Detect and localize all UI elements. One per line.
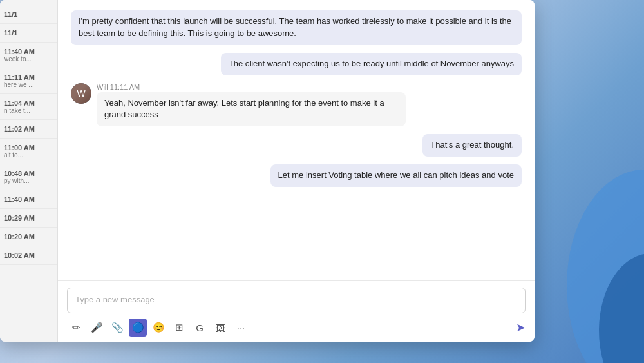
emoji-icon[interactable]: 😊 — [149, 319, 167, 337]
sidebar-item[interactable]: 10:20 AM — [0, 228, 57, 246]
avatar: W — [71, 83, 91, 104]
wave-decoration — [528, 105, 644, 363]
message-content: Will 11:11 AMYeah, November isn't far aw… — [97, 83, 406, 127]
message-bubble: Yeah, November isn't far away. Lets star… — [97, 92, 406, 127]
sidebar-item[interactable]: 11:40 AM — [0, 190, 57, 209]
message-bubble: That's a great thought. — [422, 134, 522, 157]
sidebar-item[interactable]: 10:29 AM — [0, 209, 57, 228]
sidebar-item[interactable]: 11:40 AMweek to... — [0, 43, 57, 68]
sidebar-item[interactable]: 10:02 AM — [0, 246, 57, 265]
message-meta: Will 11:11 AM — [97, 83, 406, 91]
sidebar-item[interactable]: 11:11 AMhere we ... — [0, 68, 57, 94]
sidebar-item[interactable]: 11:00 AMait to... — [0, 139, 57, 164]
format-icon[interactable]: ✏ — [67, 319, 85, 337]
image-icon[interactable]: 🖼 — [211, 319, 229, 337]
message-bubble: The client wasn't expecting us to be rea… — [221, 53, 522, 75]
message-input[interactable]: Type a new message — [67, 288, 526, 313]
sidebar-item[interactable]: 11/1 — [0, 24, 57, 43]
message-row: I'm pretty confident that this launch wi… — [71, 10, 522, 45]
message-row: That's a great thought. — [71, 134, 522, 157]
attach-icon[interactable]: 📎 — [108, 319, 126, 337]
sidebar-item[interactable]: 11:04 AMn take t... — [0, 94, 57, 120]
sidebar-item[interactable]: 10:48 AMpy with... — [0, 164, 57, 190]
sidebar: 11/111/111:40 AMweek to...11:11 AMhere w… — [0, 0, 58, 342]
app-window: 11/111/111:40 AMweek to...11:11 AMhere w… — [0, 0, 535, 342]
chat-area: I'm pretty confident that this launch wi… — [58, 0, 535, 342]
send-button[interactable]: ➤ — [516, 320, 526, 335]
sidebar-item[interactable]: 11:02 AM — [0, 120, 57, 139]
toolbar: ✏🎤📎🔵😊⊞G🖼···➤ — [67, 319, 526, 337]
messages-container: I'm pretty confident that this launch wi… — [58, 0, 535, 280]
message-row: WWill 11:11 AMYeah, November isn't far a… — [71, 83, 522, 127]
gif-icon[interactable]: G — [191, 319, 209, 337]
table-icon[interactable]: ⊞ — [170, 319, 188, 337]
sidebar-item[interactable]: 11/1 — [0, 5, 57, 24]
input-area: Type a new message ✏🎤📎🔵😊⊞G🖼···➤ — [58, 280, 535, 342]
message-bubble: I'm pretty confident that this launch wi… — [71, 10, 522, 45]
loop-icon[interactable]: 🔵 — [129, 319, 147, 337]
message-row: The client wasn't expecting us to be rea… — [71, 53, 522, 75]
message-row: Let me insert Voting table where we all … — [71, 164, 522, 187]
message-bubble: Let me insert Voting table where we all … — [270, 164, 522, 187]
avatar-image: W — [71, 83, 91, 104]
mic-icon[interactable]: 🎤 — [88, 319, 106, 337]
more-icon[interactable]: ··· — [232, 319, 250, 337]
